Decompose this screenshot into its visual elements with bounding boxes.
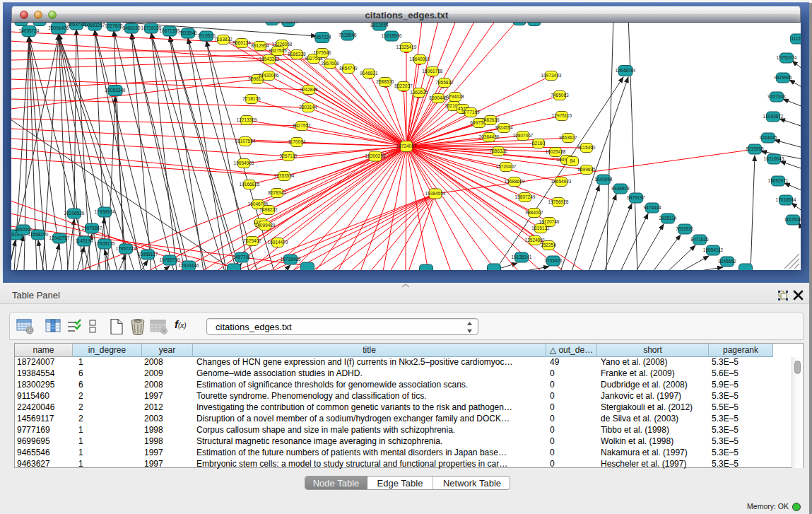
svg-text:7515546: 7515546 <box>339 33 357 37</box>
svg-text:1145194: 1145194 <box>76 238 93 243</box>
svg-text:7886322: 7886322 <box>489 148 507 153</box>
svg-text:19756928: 19756928 <box>548 199 569 204</box>
svg-text:2935114: 2935114 <box>659 216 677 221</box>
svg-text:9474444: 9474444 <box>643 205 661 210</box>
svg-text:16782759: 16782759 <box>160 257 180 262</box>
svg-text:7955812: 7955812 <box>435 80 454 85</box>
svg-text:19654923: 19654923 <box>551 179 572 184</box>
svg-text:16107554: 16107554 <box>235 139 256 144</box>
svg-text:1850061: 1850061 <box>14 227 33 232</box>
svg-text:11568290: 11568290 <box>28 232 49 237</box>
svg-text:10719155: 10719155 <box>141 25 162 30</box>
svg-text:14055724: 14055724 <box>19 28 40 33</box>
svg-text:17016504: 17016504 <box>776 197 796 202</box>
svg-text:16671355: 16671355 <box>160 28 180 33</box>
svg-text:8938923: 8938923 <box>611 186 630 191</box>
svg-text:1498222: 1498222 <box>259 207 278 212</box>
svg-text:8990448: 8990448 <box>429 95 447 100</box>
svg-text:18300295: 18300295 <box>365 153 386 158</box>
svg-text:1167534: 1167534 <box>784 217 801 222</box>
svg-text:10958117: 10958117 <box>138 252 158 257</box>
svg-text:9327505: 9327505 <box>269 48 287 53</box>
svg-text:20364436: 20364436 <box>479 134 500 139</box>
svg-text:2867608: 2867608 <box>321 61 339 66</box>
svg-text:2718176: 2718176 <box>242 96 261 101</box>
svg-text:12353594: 12353594 <box>274 173 295 178</box>
svg-text:13524851: 13524851 <box>525 238 546 243</box>
svg-text:15807249: 15807249 <box>515 194 536 199</box>
svg-text:10807467: 10807467 <box>513 133 534 138</box>
svg-text:8471626: 8471626 <box>690 237 709 242</box>
svg-text:1615132: 1615132 <box>531 226 550 230</box>
svg-text:18640910: 18640910 <box>410 57 430 62</box>
svg-text:1170064: 1170064 <box>288 139 306 144</box>
svg-text:7485063: 7485063 <box>551 93 569 98</box>
svg-text:8215958: 8215958 <box>746 146 764 151</box>
svg-text:7632621: 7632621 <box>676 226 694 231</box>
svg-text:7163822: 7163822 <box>214 37 233 42</box>
svg-text:7957224: 7957224 <box>313 35 331 40</box>
svg-text:9115460: 9115460 <box>578 145 596 150</box>
svg-text:15720407: 15720407 <box>496 164 517 169</box>
svg-text:15692971: 15692971 <box>768 178 789 183</box>
svg-text:12923446: 12923446 <box>179 263 199 268</box>
svg-text:8322037: 8322037 <box>394 83 413 88</box>
svg-text:17939924: 17939924 <box>95 209 115 214</box>
svg-text:20206526: 20206526 <box>64 211 85 216</box>
svg-text:8660124: 8660124 <box>233 40 251 45</box>
svg-text:7515546: 7515546 <box>179 30 197 35</box>
svg-text:6466160: 6466160 <box>122 25 141 30</box>
svg-text:17957223: 17957223 <box>116 246 136 251</box>
svg-text:84: 84 <box>570 158 575 163</box>
svg-text:19975867: 19975867 <box>82 226 102 230</box>
svg-text:62160: 62160 <box>532 141 545 146</box>
svg-text:10654112: 10654112 <box>703 247 724 252</box>
svg-text:19166825: 19166825 <box>240 182 260 187</box>
svg-text:1362635: 1362635 <box>410 90 428 95</box>
svg-text:8454749: 8454749 <box>339 66 358 71</box>
svg-text:9329906: 9329906 <box>774 75 792 80</box>
svg-text:7625402: 7625402 <box>243 238 261 243</box>
svg-text:1640954: 1640954 <box>594 177 613 182</box>
svg-text:9146821: 9146821 <box>360 71 378 76</box>
svg-text:10688609: 10688609 <box>505 179 525 184</box>
svg-text:6794028: 6794028 <box>446 94 464 99</box>
svg-text:7462616: 7462616 <box>481 117 500 122</box>
svg-text:12942757: 12942757 <box>49 235 70 240</box>
svg-text:9699695: 9699695 <box>577 167 596 172</box>
svg-text:15751974: 15751974 <box>777 55 797 60</box>
svg-text:18724007: 18724007 <box>396 144 417 148</box>
svg-text:14099489: 14099489 <box>255 223 276 228</box>
svg-text:7515520: 7515520 <box>197 33 216 38</box>
svg-text:12975115: 12975115 <box>552 113 572 118</box>
svg-text:252254: 252254 <box>541 243 556 247</box>
svg-text:1075546: 1075546 <box>313 50 331 55</box>
svg-text:8678342: 8678342 <box>268 190 286 195</box>
svg-text:2803144: 2803144 <box>299 105 317 110</box>
svg-text:19384554: 19384554 <box>425 191 446 196</box>
svg-text:13218506: 13218506 <box>382 33 402 38</box>
svg-text:6479197: 6479197 <box>627 195 645 200</box>
svg-text:2063737: 2063737 <box>67 23 86 27</box>
svg-text:16210643: 16210643 <box>764 156 784 161</box>
svg-text:11120: 11120 <box>791 36 801 41</box>
svg-text:9884067: 9884067 <box>525 210 543 215</box>
svg-text:10025438: 10025438 <box>546 149 566 154</box>
svg-text:8813054: 8813054 <box>370 23 389 28</box>
svg-text:10648784: 10648784 <box>616 68 636 73</box>
svg-text:9242848: 9242848 <box>300 87 318 92</box>
svg-text:16961758: 16961758 <box>423 69 443 74</box>
svg-text:10973493: 10973493 <box>541 73 562 78</box>
svg-text:22420046: 22420046 <box>259 73 279 78</box>
svg-text:1527602: 1527602 <box>105 23 123 28</box>
svg-text:9777169: 9777169 <box>461 110 480 115</box>
svg-text:3267110: 3267110 <box>280 153 298 158</box>
svg-text:16543382: 16543382 <box>259 57 280 62</box>
svg-text:8186328: 8186328 <box>288 52 306 57</box>
svg-text:9227343: 9227343 <box>767 94 786 99</box>
svg-text:8427552: 8427552 <box>293 123 311 128</box>
svg-text:10653267: 10653267 <box>85 23 105 28</box>
svg-text:16033809: 16033809 <box>278 23 299 24</box>
svg-text:8912954: 8912954 <box>251 43 269 48</box>
svg-text:3824554: 3824554 <box>495 125 513 130</box>
